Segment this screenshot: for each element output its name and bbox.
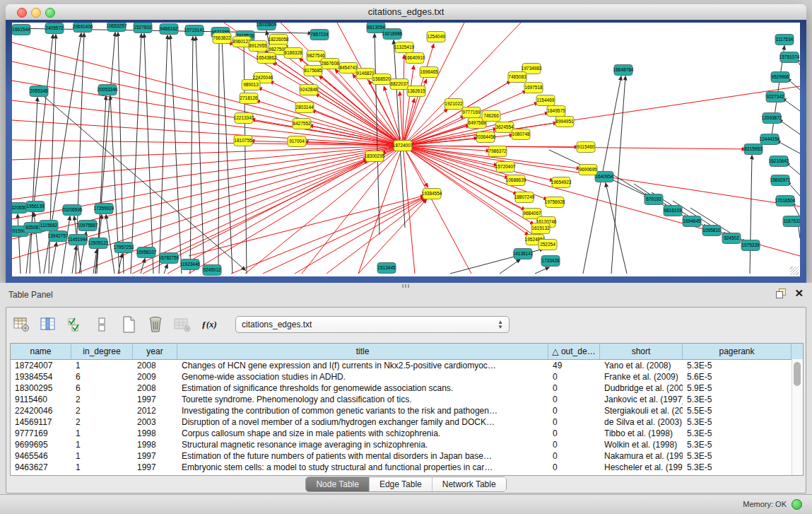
network-node[interactable]: 9816103	[664, 206, 682, 216]
table-row[interactable]: 977716911998Corpus callosum shape and si…	[11, 428, 803, 439]
network-node[interactable]: 8994951	[555, 117, 574, 127]
network-node[interactable]: 1640954	[595, 172, 613, 182]
network-node[interactable]: 18807249	[514, 192, 535, 203]
network-node[interactable]: 16033809	[257, 23, 277, 30]
tab-network-table[interactable]: Network Table	[432, 477, 506, 491]
network-node[interactable]: 17957253	[114, 243, 134, 253]
network-node[interactable]: 2867608	[321, 59, 339, 69]
network-node[interactable]: 10719141	[184, 25, 205, 36]
network-node[interactable]: 2718126	[240, 93, 258, 104]
network-node[interactable]: 679192	[645, 194, 663, 205]
network-node[interactable]: 16648784	[613, 65, 634, 76]
network-node[interactable]: 20364456	[476, 132, 496, 143]
column-header-name[interactable]: name	[11, 344, 71, 359]
network-node[interactable]: 7986372	[488, 146, 507, 157]
table-row[interactable]: 1456911722003Disruption of a novel membe…	[11, 416, 803, 428]
network-node[interactable]: 15751074	[779, 52, 800, 63]
table-row[interactable]: 911546021997Tourette syndrome. Phenomeno…	[11, 394, 803, 405]
network-node[interactable]: 9466162	[160, 24, 178, 35]
network-node[interactable]: 924502	[722, 233, 741, 244]
memory-status-indicator[interactable]	[792, 499, 802, 510]
network-node[interactable]: 989013	[242, 80, 260, 90]
column-header-pagerank[interactable]: pagerank	[683, 344, 792, 359]
table-row[interactable]: 1872400712008Changes of HCN gene express…	[11, 360, 803, 371]
table-row[interactable]: 2242004622012Investigating the contribut…	[11, 405, 803, 416]
network-node[interactable]: 917004	[288, 136, 306, 147]
column-header-out_de[interactable]: △ out_de…	[548, 344, 600, 359]
column-header-short[interactable]: short	[600, 344, 683, 359]
network-node[interactable]: 1513445	[377, 263, 396, 274]
table-mode-icon[interactable]	[12, 315, 30, 334]
network-node[interactable]: 9115460	[577, 142, 595, 153]
network-node[interactable]: 9146821	[356, 69, 375, 79]
network-node[interactable]: 7485083	[508, 72, 526, 83]
network-node[interactable]: 19384554	[422, 189, 442, 199]
network-node[interactable]: 1115682	[40, 221, 58, 231]
tab-node-table[interactable]: Node Table	[306, 477, 369, 491]
network-node[interactable]: 8175685	[304, 66, 322, 76]
float-panel-icon[interactable]	[776, 288, 786, 298]
table-row[interactable]: 946362711997Embryonic stem cells: a mode…	[11, 462, 803, 473]
delete-table-icon[interactable]	[173, 315, 192, 334]
network-node[interactable]: 12213343	[234, 113, 254, 124]
network-node[interactable]: 1956139	[26, 201, 45, 212]
table-row[interactable]: 1830029562008Estimation of significance …	[11, 382, 803, 394]
network-canvas[interactable]: 1661544240557220691406106532571527602946…	[12, 23, 800, 276]
network-node[interactable]: 1568520	[372, 74, 391, 85]
network-node[interactable]: 8427552	[293, 119, 311, 129]
network-node[interactable]: 12093872	[762, 113, 782, 124]
network-node[interactable]: 9227342	[766, 92, 784, 103]
network-node[interactable]: 8960123	[233, 37, 251, 47]
network-node[interactable]: 9242848	[300, 85, 318, 95]
network-node[interactable]: 1080748	[512, 129, 530, 140]
network-node[interactable]: 16958107	[136, 247, 157, 258]
deselect-all-icon[interactable]	[93, 315, 111, 334]
column-header-in_degree[interactable]: in_degree	[71, 344, 133, 359]
network-node[interactable]: 12444154	[760, 134, 780, 145]
network-node[interactable]: 11451944	[68, 235, 88, 245]
network-node[interactable]: 1167533	[783, 216, 800, 227]
network-node[interactable]: 10688639	[506, 175, 526, 186]
network-node[interactable]: 11923446	[180, 259, 201, 270]
window-resize-grip[interactable]	[790, 267, 799, 275]
select-all-icon[interactable]	[66, 315, 84, 334]
network-node[interactable]: 13942757	[48, 231, 69, 242]
network-node[interactable]: 2055348	[30, 86, 48, 97]
network-node[interactable]: 10975887	[78, 221, 98, 231]
network-node[interactable]: 1694645	[683, 216, 701, 227]
network-node[interactable]: 7663822	[213, 33, 231, 44]
network-node[interactable]: 1661544	[12, 25, 30, 35]
network-node[interactable]: 16640910	[405, 53, 425, 64]
network-node[interactable]: 19654923	[551, 177, 572, 188]
network-node[interactable]: 1810755	[234, 136, 252, 146]
network-node[interactable]: 16210643	[769, 156, 789, 167]
network-node[interactable]: 8186328	[284, 48, 302, 59]
network-node[interactable]: 1849575	[547, 106, 565, 117]
network-node[interactable]: 1527602	[134, 23, 152, 33]
close-panel-icon[interactable]: ✕	[794, 288, 804, 298]
network-node[interactable]: 2803144	[295, 103, 314, 113]
network-node[interactable]: 252254	[539, 240, 557, 250]
network-node[interactable]: 1117534	[775, 35, 794, 45]
network-node[interactable]: 7857224	[310, 30, 329, 40]
network-node[interactable]: 16543862	[257, 53, 277, 64]
network-node[interactable]: 18226058	[269, 35, 289, 45]
network-node[interactable]: 14136141	[513, 249, 534, 259]
network-node[interactable]: 3624554	[495, 122, 514, 133]
panel-divider-grip[interactable]	[402, 284, 409, 288]
network-node[interactable]: 8454743	[339, 63, 358, 74]
network-node[interactable]: 17016504	[775, 196, 796, 206]
tab-edge-table[interactable]: Edge Table	[369, 477, 432, 491]
column-header-year[interactable]: year	[133, 344, 177, 359]
network-node[interactable]: 8822037	[390, 79, 408, 90]
network-node[interactable]: 1733426	[541, 256, 560, 267]
network-node[interactable]: 20691406	[73, 23, 93, 33]
network-node[interactable]: 1921022	[445, 99, 463, 110]
network-node[interactable]: 8912955	[249, 41, 267, 52]
network-node[interactable]: 746266	[482, 111, 500, 122]
function-builder-icon[interactable]: ƒ(x)	[200, 315, 218, 334]
table-vertical-scrollbar[interactable]	[792, 359, 803, 475]
network-node[interactable]: 15692971	[770, 175, 791, 186]
network-node[interactable]: 1697518	[524, 83, 543, 93]
table-selector-dropdown[interactable]: citations_edges.txt ▲▼	[235, 316, 510, 333]
